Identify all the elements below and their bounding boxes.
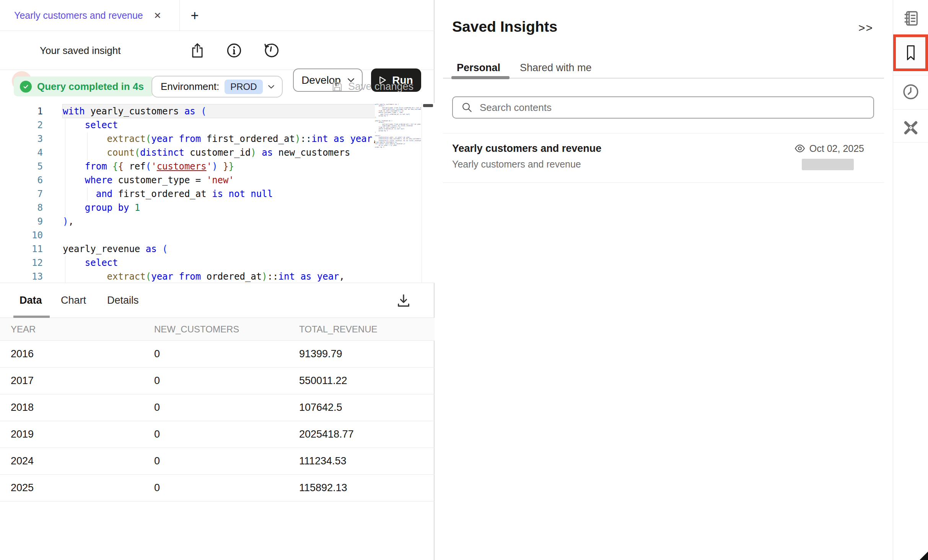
download-icon: [396, 293, 411, 308]
code-line[interactable]: 6 where customer_type = 'new': [0, 173, 422, 187]
table-cell: 2018: [0, 402, 143, 413]
line-number: 10: [0, 228, 43, 242]
search-input[interactable]: [480, 102, 824, 114]
catalog-button[interactable]: [893, 8, 928, 28]
history-button[interactable]: [262, 41, 280, 60]
sql-editor[interactable]: 1with yearly_customers as (2 select3 ext…: [0, 103, 435, 283]
line-number: 1: [0, 104, 43, 118]
collapse-panel-button[interactable]: >>: [858, 21, 873, 34]
share-button[interactable]: [188, 41, 207, 60]
code-line[interactable]: 3 extract(year from first_ordered_at)::i…: [0, 132, 422, 146]
column-header-new-customers: NEW_CUSTOMERS: [143, 324, 288, 335]
code-line[interactable]: 13 extract(year from ordered_at)::int as…: [0, 270, 422, 283]
save-icon: [331, 81, 343, 93]
bookmarks-button-selected[interactable]: [893, 34, 928, 71]
editor-minimap[interactable]: with yearly_customers as ( select extrac…: [375, 104, 421, 281]
tab-bar: Yearly customers and revenue ✕ +: [0, 0, 435, 31]
code-line[interactable]: 8 group by 1: [0, 201, 422, 215]
search-icon: [461, 102, 473, 113]
code-text: where customer_type = 'new': [43, 173, 234, 187]
tab-data[interactable]: Data: [20, 283, 42, 318]
column-header-total-revenue: TOTAL_REVENUE: [288, 324, 435, 335]
explorer-button[interactable]: [893, 117, 928, 138]
line-number: 5: [0, 160, 43, 173]
table-cell: 0: [143, 482, 288, 494]
code-text: extract(year from ordered_at)::int as ye…: [43, 270, 345, 283]
active-tab-indicator: [451, 76, 510, 79]
code-line[interactable]: 12 select: [0, 256, 422, 270]
line-number: 7: [0, 187, 43, 201]
code-text: group by 1: [43, 201, 140, 215]
line-number: 4: [0, 146, 43, 160]
query-status-text: Query completed in 4s: [37, 81, 144, 93]
notebook-icon: [902, 10, 920, 27]
tab-shared-with-me[interactable]: Shared with me: [520, 62, 592, 74]
check-icon: [20, 81, 32, 93]
table-cell: 2025418.77: [288, 428, 435, 440]
table-cell: 111234.53: [288, 455, 435, 467]
download-button[interactable]: [394, 291, 413, 310]
table-cell: 550011.22: [288, 375, 435, 387]
line-number: 11: [0, 242, 43, 256]
code-line[interactable]: 11yearly_revenue as (: [0, 242, 422, 256]
close-icon[interactable]: ✕: [154, 10, 161, 21]
saved-insights-panel: Saved Insights >> Personal Shared with m…: [435, 0, 892, 560]
tab-title: Yearly customers and revenue: [14, 10, 143, 21]
code-line[interactable]: 2 select: [0, 118, 422, 132]
new-tab-button[interactable]: +: [186, 0, 204, 31]
status-bar: Query completed in 4s Environment: PROD …: [0, 70, 435, 103]
divider: [893, 142, 928, 143]
code-text: select: [43, 256, 118, 270]
right-icon-rail: [893, 0, 928, 560]
code-line[interactable]: 5 from {{ ref('customers') }}: [0, 160, 422, 173]
table-cell: 115892.13: [288, 482, 435, 494]
code-text: extract(year from first_ordered_at)::int…: [43, 132, 378, 146]
code-text: yearly_revenue as (: [43, 242, 168, 256]
line-number: 9: [0, 215, 43, 228]
code-line[interactable]: 10: [0, 228, 422, 242]
column-header-year: YEAR: [0, 324, 143, 335]
table-cell: 2019: [0, 428, 143, 440]
tab-personal[interactable]: Personal: [457, 62, 500, 74]
table-body: 2016091399.7920170550011.2220180107642.5…: [0, 341, 435, 501]
table-row: 201902025418.77: [0, 421, 435, 448]
code-line[interactable]: 1with yearly_customers as (: [0, 104, 422, 118]
environment-label: Environment:: [161, 81, 219, 93]
divider: [893, 109, 928, 110]
environment-selector[interactable]: Environment: PROD: [151, 76, 283, 98]
code-text: count(distinct customer_id) as new_custo…: [43, 146, 350, 160]
table-cell: 107642.5: [288, 402, 435, 413]
tab-details[interactable]: Details: [107, 283, 139, 318]
code-text: [43, 228, 63, 242]
code-text: from {{ ref('customers') }}: [43, 160, 234, 173]
save-changes-label: Save changes: [348, 81, 414, 93]
table-cell: 2025: [0, 482, 143, 494]
table-cell: 0: [143, 428, 288, 440]
corner-resize-mark: [920, 552, 928, 560]
query-status-badge: Query completed in 4s: [14, 77, 154, 96]
table-row: 20250115892.13: [0, 475, 435, 501]
info-icon: [226, 42, 242, 59]
chevron-down-icon: [268, 85, 274, 89]
info-button[interactable]: [225, 41, 243, 60]
code-text: select: [43, 118, 118, 132]
tab-chart[interactable]: Chart: [61, 283, 86, 318]
table-header: YEAR NEW_CUSTOMERS TOTAL_REVENUE: [0, 318, 435, 341]
divider: [893, 75, 928, 75]
results-tab-bar: Data Chart Details: [0, 283, 435, 318]
save-changes-button[interactable]: Save changes: [331, 76, 414, 98]
editor-panel: Yearly customers and revenue ✕ + BL Your…: [0, 0, 435, 560]
insight-owner-chip: [802, 159, 854, 170]
divider: [443, 182, 884, 183]
scrollbar-thumb[interactable]: [423, 104, 433, 107]
history-rail-button[interactable]: [893, 82, 928, 102]
insight-label: Your saved insight: [40, 31, 121, 70]
share-icon: [190, 42, 205, 59]
code-line[interactable]: 4 count(distinct customer_id) as new_cus…: [0, 146, 422, 160]
table-cell: 0: [143, 402, 288, 413]
insight-meta: Oct 02, 2025: [794, 143, 864, 154]
tab-yearly-customers[interactable]: Yearly customers and revenue ✕: [0, 0, 161, 31]
insight-list-item[interactable]: Yearly customers and revenueYearly custo…: [435, 133, 892, 182]
code-line[interactable]: 7 and first_ordered_at is not null: [0, 187, 422, 201]
code-line[interactable]: 9),: [0, 215, 422, 228]
